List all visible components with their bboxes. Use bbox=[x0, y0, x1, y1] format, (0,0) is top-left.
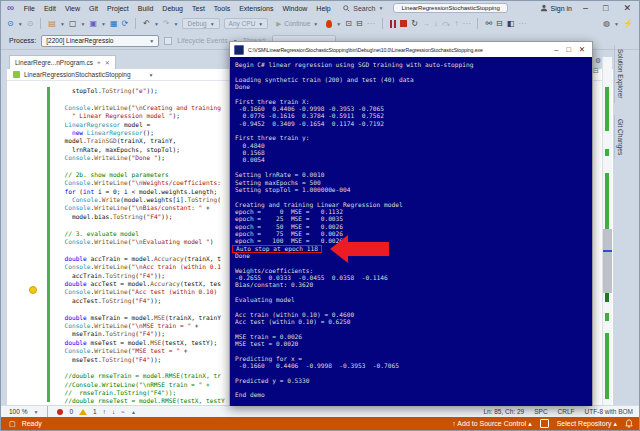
toolbar-overflow2-icon[interactable]: ⋯ bbox=[518, 19, 526, 28]
process-select[interactable]: [2200] LinearRegressio ▼ bbox=[41, 35, 159, 47]
lifecycle-events-icon[interactable] bbox=[164, 37, 172, 45]
close-button[interactable]: ✕ bbox=[619, 3, 635, 13]
code-line bbox=[57, 305, 225, 313]
continue-button[interactable]: ▶ Continue ▼ bbox=[272, 19, 322, 29]
code-line: Console.WriteLine("\nWeights/coefficient… bbox=[57, 179, 225, 187]
code-line: // rmseTrain.ToString("F4")); bbox=[57, 389, 225, 397]
code-line: accTrain.ToString("F4")); bbox=[57, 272, 225, 280]
code-line: //Console.WriteLine("\nRMSE train = " + bbox=[57, 381, 225, 389]
maximize-button[interactable]: □ bbox=[599, 3, 612, 13]
menu-tools[interactable]: Tools bbox=[209, 5, 234, 12]
document-outline-icon[interactable]: ◧ bbox=[507, 19, 515, 28]
save-all-icon[interactable]: ▦ bbox=[110, 19, 118, 28]
apply-code-changes-icon[interactable]: ⊡ bbox=[345, 19, 352, 28]
save-icon[interactable]: ▣ bbox=[89, 19, 97, 28]
tab-git-changes[interactable]: Git Changes bbox=[614, 115, 626, 159]
chevron-down-icon: ▼ bbox=[60, 21, 65, 27]
code-line: Console.WriteLine("Acc test (within 0.10… bbox=[57, 288, 225, 296]
error-count[interactable]: 0 bbox=[69, 408, 73, 415]
editor-bottom-bar: 100 % ▼ 0 1 ↑ ↓ ⌁ ▲ Ln: 85, Ch: 29 SPC C… bbox=[1, 405, 640, 417]
platform-select[interactable]: Any CPU▼ bbox=[224, 18, 269, 29]
spaces-indicator[interactable]: SPC bbox=[534, 408, 547, 415]
error-icon[interactable] bbox=[57, 409, 63, 415]
gear-icon[interactable]: ⚙ bbox=[595, 57, 601, 65]
debug-configuration-select[interactable]: Debug▼ bbox=[182, 18, 219, 29]
console-line: -0.1660 0.4406 -0.9998 -0.3953 -0.7065 bbox=[235, 105, 473, 112]
menu-git[interactable]: Git bbox=[85, 5, 103, 12]
console-line: Weights/coefficients: bbox=[235, 267, 473, 274]
menu-test[interactable]: Test bbox=[188, 5, 210, 12]
break-all-icon[interactable]: ⊟ bbox=[356, 19, 363, 28]
menu-debug[interactable]: Debug bbox=[158, 5, 188, 12]
menu-extensions[interactable]: Extensions bbox=[235, 5, 278, 12]
caret-position[interactable]: Ln: 85, Ch: 29 bbox=[483, 408, 524, 415]
scrollbar-change-mark bbox=[605, 293, 609, 302]
undo-icon[interactable]: ↶ bbox=[143, 19, 150, 28]
sign-in-button[interactable]: Sign in bbox=[540, 4, 572, 12]
bell-icon[interactable] bbox=[625, 419, 633, 428]
menu-project[interactable]: Project bbox=[102, 5, 133, 12]
restart-icon[interactable]: ↻ bbox=[411, 19, 418, 28]
tab-solution-explorer[interactable]: Solution Explorer bbox=[614, 45, 626, 103]
menu-edit[interactable]: Edit bbox=[39, 5, 60, 12]
stop-debugging-icon[interactable] bbox=[400, 20, 407, 27]
menu-build[interactable]: Build bbox=[133, 5, 158, 12]
chevron-up-icon[interactable]: ▲ bbox=[131, 409, 136, 415]
console-title-bar[interactable]: C:\VSM\LinearRegressionStochasticStoppin… bbox=[230, 42, 592, 57]
debug-overflow-icon[interactable]: ⋯ bbox=[462, 19, 470, 28]
navigate-back-icon[interactable]: ⊙ bbox=[7, 19, 14, 28]
split-window-icon[interactable]: ⊟ bbox=[593, 67, 599, 75]
step-out-icon[interactable]: ↑ bbox=[454, 19, 458, 28]
chevron-down-icon: ▼ bbox=[101, 21, 106, 27]
code-line: Console.WriteLine("MSE test = " + bbox=[57, 347, 225, 355]
toolbar-overflow-icon[interactable]: ⋯ bbox=[367, 19, 375, 28]
code-line: stopTol.ToString("e")); bbox=[57, 87, 225, 95]
show-next-statement-icon[interactable]: → bbox=[422, 19, 430, 28]
editor-scrollbar[interactable] bbox=[602, 57, 612, 405]
console-output[interactable]: Begin C# linear regression using SGD tra… bbox=[230, 57, 592, 406]
git-refresh-icon[interactable]: ⟳ bbox=[121, 19, 128, 28]
new-project-icon[interactable]: ▤ bbox=[48, 19, 56, 28]
add-to-source-control-button[interactable]: ↑ Add to Source Control ▴ bbox=[452, 420, 531, 428]
console-line: Setting lrnRate = 0.0010 bbox=[235, 171, 473, 178]
console-maximize-button[interactable]: □ bbox=[566, 45, 570, 54]
encoding-indicator[interactable]: UTF-8 with BOM bbox=[585, 408, 633, 415]
warning-icon[interactable] bbox=[79, 409, 87, 415]
navigate-forward-icon[interactable]: ⊙ bbox=[27, 19, 34, 28]
code-cleanup-icon[interactable]: ⌁ bbox=[121, 408, 125, 416]
search-control[interactable]: Search ▼ bbox=[343, 5, 383, 12]
console-minimize-button[interactable]: – bbox=[554, 45, 558, 54]
close-tab-icon[interactable]: ✕ bbox=[105, 59, 110, 66]
menu-view[interactable]: View bbox=[60, 5, 84, 12]
scrollbar-thumb[interactable] bbox=[603, 229, 612, 293]
editor-tab-program-cs[interactable]: LinearRegre...nProgram.cs ⌖ ✕ bbox=[9, 55, 116, 69]
feedback-icon[interactable]: ▢ bbox=[9, 420, 16, 428]
menu-window[interactable]: Window bbox=[278, 5, 312, 12]
redo-icon[interactable]: ↷ bbox=[163, 19, 170, 28]
console-close-button[interactable]: ✕ bbox=[579, 45, 585, 54]
lightbulb-icon[interactable] bbox=[29, 286, 37, 294]
lifecycle-events-label[interactable]: Lifecycle Events bbox=[177, 37, 228, 44]
next-issue-icon[interactable]: ↓ bbox=[112, 408, 115, 415]
active-document-box[interactable]: LinearRegressionStochasticStopping bbox=[393, 3, 507, 13]
menu-file[interactable]: File bbox=[19, 5, 39, 12]
warning-count[interactable]: 1 bbox=[93, 408, 97, 415]
code-map-icon[interactable]: ⚯ bbox=[485, 19, 492, 28]
comment-icon[interactable]: ⊟ bbox=[496, 19, 503, 28]
line-ending-indicator[interactable]: CRLF bbox=[558, 408, 575, 415]
step-over-icon[interactable]: ⤼ bbox=[442, 19, 451, 29]
pin-icon[interactable]: ⌖ bbox=[97, 59, 101, 67]
step-into-icon[interactable]: ↓ bbox=[434, 19, 438, 28]
web-browser-icon[interactable]: ◍ bbox=[603, 19, 610, 28]
open-file-icon[interactable]: ▢ bbox=[69, 19, 77, 28]
minimize-button[interactable]: – bbox=[579, 3, 592, 13]
scrollbar-caret-position bbox=[603, 250, 612, 252]
attach-icon[interactable]: ⚡ bbox=[623, 19, 633, 28]
zoom-select[interactable]: 100 % bbox=[9, 408, 27, 415]
hot-reload-icon[interactable] bbox=[326, 20, 332, 28]
menu-help[interactable]: Help bbox=[312, 5, 335, 12]
console-line: 0.0776 -0.1616 0.3784 -0.5911 0.7562 bbox=[235, 112, 473, 119]
previous-issue-icon[interactable]: ↑ bbox=[103, 408, 106, 415]
pause-icon[interactable] bbox=[390, 20, 397, 28]
select-repository-button[interactable]: Select Repository ▴ bbox=[557, 420, 617, 428]
